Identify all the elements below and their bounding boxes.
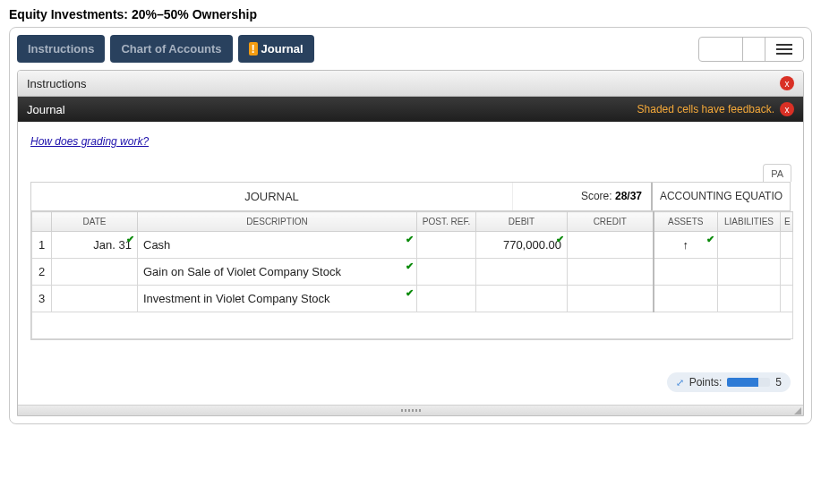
check-icon: ✔	[406, 287, 414, 299]
journal-table: DATE DESCRIPTION POST. REF. DEBIT CREDIT…	[31, 211, 793, 339]
postref-cell[interactable]	[417, 232, 476, 259]
grip-icon	[401, 409, 421, 412]
tab-instructions[interactable]: Instructions	[17, 35, 105, 63]
col-credit: CREDIT	[568, 212, 654, 232]
feedback-note: Shaded cells have feedback. x	[637, 102, 794, 116]
assets-cell[interactable]	[654, 259, 718, 286]
postref-cell[interactable]	[417, 259, 476, 286]
up-arrow-icon: ↑	[683, 238, 689, 252]
check-icon: ✔	[706, 234, 714, 245]
liabilities-cell[interactable]	[718, 286, 781, 312]
col-description: DESCRIPTION	[138, 212, 417, 232]
col-assets: ASSETS	[654, 212, 718, 232]
content-area: How does grading work? PA JOURNAL Score:…	[18, 122, 803, 405]
description-cell[interactable]: Cash✔	[138, 232, 417, 259]
work-section: Instructions x Journal Shaded cells have…	[17, 70, 804, 416]
journal-tbody: 1 Jan. 31✔ Cash✔ 770,000.00✔ ↑✔ 2	[32, 232, 793, 339]
hamburger-icon	[776, 44, 792, 55]
main-panel: Instructions Chart of Accounts !Journal …	[9, 27, 812, 424]
col-postref: POST. REF.	[417, 212, 476, 232]
points-bar: ⤡ Points: 5	[667, 372, 791, 392]
credit-cell[interactable]	[568, 286, 654, 312]
row-number: 2	[32, 259, 52, 286]
points-label: Points:	[689, 376, 723, 389]
resize-handle[interactable]	[18, 405, 803, 415]
credit-cell[interactable]	[568, 232, 654, 259]
col-eq: E	[781, 212, 793, 232]
liabilities-cell[interactable]	[718, 232, 781, 259]
tab-journal[interactable]: !Journal	[238, 35, 314, 63]
points-bar-wrap: ⤡ Points: 5	[30, 372, 791, 392]
close-icon[interactable]: x	[780, 76, 794, 90]
table-row: 3 Investment in Violet Company Stock✔	[32, 286, 793, 312]
table-row: 1 Jan. 31✔ Cash✔ 770,000.00✔ ↑✔	[32, 232, 793, 259]
row-number: 3	[32, 286, 52, 312]
instructions-header-label: Instructions	[27, 77, 86, 90]
spacer-cell	[32, 312, 793, 339]
journal-subheader-label: Journal	[27, 103, 65, 116]
toolbar-slot-2[interactable]	[742, 38, 765, 61]
eq-cell[interactable]	[781, 232, 793, 259]
tab-bar: Instructions Chart of Accounts !Journal	[17, 35, 804, 63]
score-value: 28/37	[615, 190, 642, 202]
right-tab-strip: PA	[30, 164, 791, 182]
date-cell[interactable]	[52, 259, 138, 286]
progress-fill	[727, 378, 758, 387]
expand-icon[interactable]: ⤡	[674, 379, 686, 387]
col-liabilities: LIABILITIES	[718, 212, 781, 232]
journal-title-label: JOURNAL	[31, 183, 512, 210]
debit-cell[interactable]	[476, 286, 568, 312]
description-cell[interactable]: Gain on Sale of Violet Company Stock✔	[138, 259, 417, 286]
alert-icon: !	[249, 42, 258, 56]
menu-button[interactable]	[765, 38, 803, 61]
journal-table-header: JOURNAL Score: 28/37 ACCOUNTING EQUATIO	[31, 183, 790, 211]
check-icon: ✔	[406, 261, 414, 272]
col-blank	[32, 212, 52, 232]
credit-cell[interactable]	[568, 259, 654, 286]
postref-cell[interactable]	[417, 286, 476, 312]
assets-cell[interactable]: ↑✔	[654, 232, 718, 259]
assets-cell[interactable]	[654, 286, 718, 312]
toolbar-slot-1[interactable]	[699, 38, 742, 61]
toolbar-right	[698, 37, 804, 62]
eq-cell[interactable]	[781, 286, 793, 312]
score-display: Score: 28/37	[512, 183, 651, 210]
journal-subheader: Journal Shaded cells have feedback. x	[18, 97, 803, 122]
debit-cell[interactable]: 770,000.00✔	[476, 232, 568, 259]
spacer-row	[32, 312, 793, 339]
tab-chart-of-accounts[interactable]: Chart of Accounts	[110, 35, 232, 63]
description-cell[interactable]: Investment in Violet Company Stock✔	[138, 286, 417, 312]
journal-table-wrap: JOURNAL Score: 28/37 ACCOUNTING EQUATIO	[30, 182, 791, 340]
points-trail: 5	[775, 376, 782, 389]
score-label: Score:	[581, 190, 612, 202]
instructions-header: Instructions x	[18, 71, 803, 97]
points-progress	[727, 378, 770, 387]
tab-journal-label: Journal	[261, 42, 304, 56]
check-icon: ✔	[126, 234, 134, 245]
date-cell[interactable]: Jan. 31✔	[52, 232, 138, 259]
liabilities-cell[interactable]	[718, 259, 781, 286]
check-icon: ✔	[406, 234, 414, 245]
page-title: Equity Investments: 20%–50% Ownership	[9, 7, 812, 21]
corner-grip-icon	[794, 407, 801, 414]
eq-cell[interactable]	[781, 259, 793, 286]
col-date: DATE	[52, 212, 138, 232]
close-icon[interactable]: x	[780, 102, 794, 116]
pa-tab[interactable]: PA	[763, 164, 791, 182]
grading-link[interactable]: How does grading work?	[30, 135, 149, 148]
accounting-equation-label: ACCOUNTING EQUATIO	[651, 183, 790, 210]
date-cell[interactable]	[52, 286, 138, 312]
feedback-note-text: Shaded cells have feedback.	[637, 103, 774, 115]
col-debit: DEBIT	[476, 212, 568, 232]
check-icon: ✔	[556, 234, 564, 245]
table-row: 2 Gain on Sale of Violet Company Stock✔	[32, 259, 793, 286]
row-number: 1	[32, 232, 52, 259]
debit-cell[interactable]	[476, 259, 568, 286]
